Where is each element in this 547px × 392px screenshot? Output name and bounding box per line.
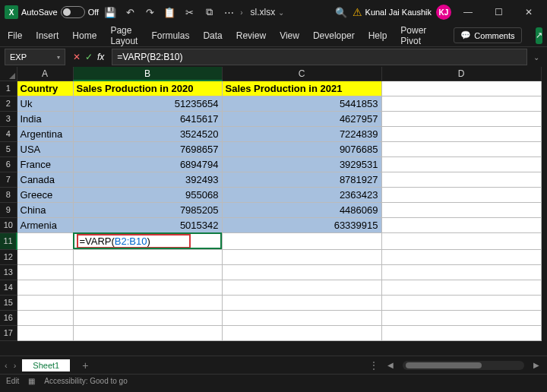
- cut-icon[interactable]: ✂: [181, 4, 198, 21]
- minimize-button[interactable]: —: [454, 2, 482, 23]
- cell[interactable]: [381, 232, 541, 249]
- tab-file[interactable]: File: [8, 30, 22, 41]
- cell[interactable]: France: [17, 156, 73, 172]
- cell[interactable]: [222, 232, 381, 249]
- fx-icon[interactable]: fx: [97, 52, 104, 62]
- row-header[interactable]: 4: [0, 126, 17, 141]
- tab-home[interactable]: Home: [72, 30, 96, 41]
- row-header[interactable]: 9: [0, 202, 17, 217]
- cell[interactable]: 9076685: [222, 141, 381, 156]
- cell[interactable]: [73, 295, 222, 310]
- row-header[interactable]: 5: [0, 141, 17, 156]
- cell[interactable]: Sales Production in 2021: [222, 81, 381, 96]
- cell[interactable]: 2363423: [222, 187, 381, 202]
- cell[interactable]: [381, 81, 541, 96]
- cell[interactable]: 3929531: [222, 156, 381, 172]
- row-header[interactable]: 10: [0, 217, 17, 232]
- cell[interactable]: 7985205: [73, 202, 222, 217]
- cell[interactable]: [73, 310, 222, 325]
- cell[interactable]: 392493: [73, 172, 222, 187]
- cell[interactable]: [381, 310, 541, 325]
- cell[interactable]: 5441853: [222, 96, 381, 111]
- comments-button[interactable]: 💬 Comments: [454, 27, 521, 43]
- cell[interactable]: [222, 249, 381, 264]
- filename[interactable]: sl.xlsx ⌄: [251, 7, 285, 17]
- column-header[interactable]: C: [222, 67, 381, 81]
- tab-power-pivot[interactable]: Power Pivot: [400, 25, 426, 46]
- row-header[interactable]: 8: [0, 187, 17, 202]
- row-header[interactable]: 1: [0, 81, 17, 96]
- scroll-right-icon[interactable]: ▶: [530, 361, 542, 369]
- active-cell[interactable]: =VARP(B2:B10): [73, 232, 222, 249]
- cell[interactable]: [17, 295, 73, 310]
- horizontal-scrollbar[interactable]: [403, 361, 524, 370]
- cell[interactable]: [17, 232, 73, 249]
- toggle-switch-icon[interactable]: [61, 6, 85, 18]
- cell[interactable]: [222, 264, 381, 280]
- cell[interactable]: 51235654: [73, 96, 222, 111]
- sheet-stats-icon[interactable]: ▦: [28, 377, 35, 385]
- paste-icon[interactable]: 📋: [161, 4, 178, 21]
- cell[interactable]: Sales Production in 2020: [73, 81, 222, 96]
- tab-review[interactable]: Review: [236, 30, 266, 41]
- tab-help[interactable]: Help: [368, 30, 387, 41]
- cell[interactable]: [381, 156, 541, 172]
- cell[interactable]: [73, 264, 222, 280]
- column-header[interactable]: A: [17, 67, 73, 81]
- cell[interactable]: [17, 264, 73, 280]
- scrollbar-thumb[interactable]: [406, 362, 482, 368]
- row-header[interactable]: 6: [0, 156, 17, 172]
- row-header[interactable]: 17: [0, 325, 17, 340]
- cell[interactable]: Country: [17, 81, 73, 96]
- cell[interactable]: [73, 249, 222, 264]
- row-header[interactable]: 14: [0, 280, 17, 295]
- cell[interactable]: [381, 141, 541, 156]
- cell[interactable]: [222, 325, 381, 340]
- cell[interactable]: [381, 187, 541, 202]
- tab-page-layout[interactable]: Page Layout: [110, 25, 138, 46]
- sheet-nav-next[interactable]: ›: [14, 361, 17, 370]
- spreadsheet-grid[interactable]: ABCD1CountrySales Production in 2020Sale…: [0, 67, 547, 356]
- tab-formulas[interactable]: Formulas: [151, 30, 189, 41]
- cell[interactable]: USA: [17, 141, 73, 156]
- row-header[interactable]: 2: [0, 96, 17, 111]
- cell[interactable]: 3524520: [73, 126, 222, 141]
- cell[interactable]: [381, 325, 541, 340]
- cell[interactable]: [381, 96, 541, 111]
- cell[interactable]: [381, 172, 541, 187]
- row-header[interactable]: 15: [0, 295, 17, 310]
- more-icon[interactable]: ⋯: [220, 4, 237, 21]
- cell[interactable]: 4627957: [222, 111, 381, 126]
- cell[interactable]: 7224839: [222, 126, 381, 141]
- tab-developer[interactable]: Developer: [313, 30, 355, 41]
- select-all-button[interactable]: [0, 67, 17, 81]
- sheet-nav-prev[interactable]: ‹: [5, 361, 8, 370]
- cell[interactable]: [381, 280, 541, 295]
- cell[interactable]: China: [17, 202, 73, 217]
- warning-icon[interactable]: ⚠: [353, 6, 362, 18]
- cell[interactable]: [73, 325, 222, 340]
- copy-icon[interactable]: ⧉: [201, 4, 217, 21]
- cell[interactable]: 955068: [73, 187, 222, 202]
- row-header[interactable]: 12: [0, 249, 17, 264]
- tab-menu-icon[interactable]: ⋮: [369, 360, 378, 371]
- accessibility-status[interactable]: Accessibility: Good to go: [44, 377, 128, 385]
- row-header[interactable]: 7: [0, 172, 17, 187]
- scroll-left-icon[interactable]: ◀: [384, 361, 397, 369]
- row-header[interactable]: 13: [0, 264, 17, 280]
- name-box[interactable]: EXP ▾: [5, 49, 65, 65]
- undo-icon[interactable]: ↶: [122, 4, 138, 21]
- cell[interactable]: 6415617: [73, 111, 222, 126]
- tab-view[interactable]: View: [280, 30, 299, 41]
- cell[interactable]: [381, 249, 541, 264]
- cell[interactable]: Argentina: [17, 126, 73, 141]
- maximize-button[interactable]: ☐: [485, 2, 512, 23]
- cell[interactable]: [17, 325, 73, 340]
- cell[interactable]: [381, 217, 541, 232]
- tab-insert[interactable]: Insert: [36, 30, 58, 41]
- cell[interactable]: 5015342: [73, 217, 222, 232]
- cancel-icon[interactable]: ✕: [73, 52, 81, 62]
- cell[interactable]: [17, 310, 73, 325]
- share-button[interactable]: ↗: [536, 27, 542, 44]
- cell[interactable]: [222, 280, 381, 295]
